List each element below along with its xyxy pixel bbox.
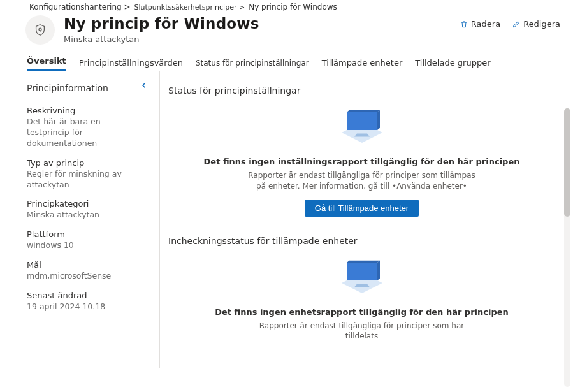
delete-label: Radera: [471, 19, 500, 29]
svg-marker-7: [347, 263, 377, 280]
settings-status-empty-title: Det finns ingen inställningsrapport till…: [194, 157, 530, 166]
settings-status-empty: Det finns ingen inställningsrapport till…: [168, 107, 555, 233]
section-settings-status-title: Status för principinställningar: [168, 85, 555, 96]
breadcrumb-item-1[interactable]: Konfigurationshantering >: [29, 3, 131, 11]
description-value: Det här är bara en testprincip för dokum…: [27, 117, 144, 149]
policy-shield-icon: [25, 15, 55, 45]
svg-marker-10: [354, 284, 370, 287]
target-value: mdm,microsoftSense: [27, 271, 144, 282]
policy-info-panel: Principinformation Beskrivning Det här ä…: [0, 71, 150, 368]
tabs: Översikt Principinställningsvärden Statu…: [0, 47, 573, 71]
tab-assigned-groups[interactable]: Tilldelade grupper: [415, 55, 490, 71]
svg-marker-5: [354, 134, 370, 137]
pencil-icon: [512, 20, 521, 29]
description-label: Beskrivning: [27, 106, 144, 115]
tab-settings-values[interactable]: Principinställningsvärden: [79, 55, 183, 71]
breadcrumb-item-2[interactable]: Slutpunktssäkerhetsprinciper >: [134, 3, 245, 11]
delete-button[interactable]: Radera: [460, 19, 500, 29]
last-modified-label: Senast ändrad: [27, 291, 144, 300]
tab-overview[interactable]: Översikt: [27, 54, 66, 71]
go-to-applied-devices-button[interactable]: Gå till Tillämpade enheter: [305, 200, 419, 217]
checkin-status-empty: Det finns ingen enhetsrapport tillgängli…: [168, 258, 555, 367]
trash-icon: [460, 20, 468, 29]
vertical-divider: [159, 71, 160, 368]
svg-point-0: [39, 28, 41, 31]
platform-label: Plattform: [27, 229, 144, 239]
edit-button[interactable]: Redigera: [512, 19, 560, 29]
last-modified-value: 19 april 2024 10.18: [27, 301, 144, 312]
monitor-icon: [337, 107, 388, 148]
edit-label: Redigera: [523, 19, 560, 29]
svg-marker-8: [347, 260, 380, 262]
svg-marker-4: [377, 110, 380, 130]
checkin-status-empty-title: Det finns ingen enhetsrapport tillgängli…: [194, 307, 530, 317]
section-checkin-status-title: Incheckningsstatus för tillämpade enhete…: [168, 236, 555, 246]
main-panel: Status för principinställningar Det finn…: [150, 71, 573, 368]
page-subtitle: Minska attackytan: [64, 34, 259, 44]
policy-type-value: Regler för minskning av attackytan: [27, 169, 144, 191]
policy-type-label: Typ av princip: [27, 158, 144, 168]
policy-category-value: Minska attackytan: [27, 210, 144, 221]
policy-category-label: Principkategori: [27, 199, 144, 208]
page-header: Ny princip för Windows Minska attackytan…: [0, 11, 573, 47]
platform-value: windows 10: [27, 240, 144, 251]
content-area: Principinformation Beskrivning Det här ä…: [0, 71, 573, 368]
target-label: Mål: [27, 260, 144, 270]
page-title: Ny princip för Windows: [64, 15, 259, 32]
monitor-icon: [337, 258, 388, 298]
svg-marker-3: [347, 110, 380, 112]
tab-settings-status[interactable]: Status för principinställningar: [196, 56, 309, 71]
collapse-panel-button[interactable]: [140, 82, 148, 91]
scrollbar-thumb[interactable]: [564, 108, 570, 217]
breadcrumb-item-3: Ny princip för Windows: [249, 3, 337, 11]
chevron-left-icon: [140, 82, 148, 89]
svg-marker-9: [377, 260, 380, 280]
policy-info-title: Principinformation: [27, 83, 144, 93]
settings-status-empty-sub: Rapporter är endast tillgängliga för pri…: [247, 170, 477, 192]
tab-applied-devices[interactable]: Tillämpade enheter: [322, 55, 403, 71]
svg-marker-2: [347, 112, 377, 130]
checkin-status-empty-sub: Rapporter är endast tillgängliga för pri…: [247, 321, 477, 342]
breadcrumb: Konfigurationshantering > Slutpunktssäke…: [0, 0, 573, 11]
